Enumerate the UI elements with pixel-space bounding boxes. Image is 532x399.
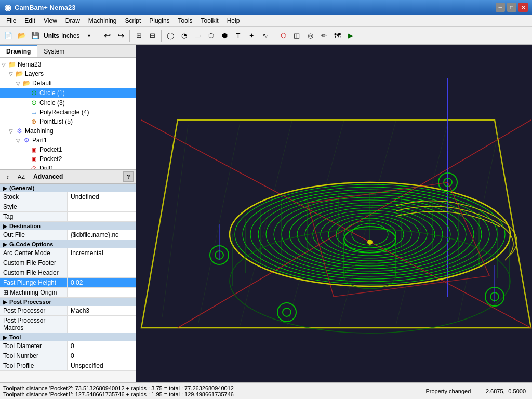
undo-button[interactable]: ↩	[101, 30, 113, 42]
menu-item-machining[interactable]: Machining	[84, 16, 121, 25]
tree-item-circle1[interactable]: ⊙Circle (1)	[0, 88, 136, 98]
menu-item-toolkit[interactable]: Toolkit	[197, 16, 223, 25]
separator-4	[274, 30, 274, 42]
props-sort-button[interactable]: ↕	[2, 171, 14, 182]
props-name-cell: Out File	[0, 230, 68, 240]
tree-item-pointlist5[interactable]: ⊕PointList (5)	[0, 117, 136, 126]
engrave-op-button[interactable]: ✏	[317, 30, 330, 42]
props-section-general[interactable]: ▶ (General)	[0, 184, 136, 192]
props-row-post-processor-macros[interactable]: Post Processor Macros	[0, 316, 136, 333]
tree-item-layers[interactable]: ▽📂Layers	[0, 69, 136, 78]
polygon-button[interactable]: ⬡	[205, 30, 217, 42]
new-button[interactable]: 📄	[2, 30, 15, 42]
arc-button[interactable]: ◔	[178, 30, 190, 42]
props-row-tool-diameter[interactable]: Tool Diameter0	[0, 341, 136, 351]
props-row-post-processor[interactable]: Post ProcessorMach3	[0, 306, 136, 316]
grid-button[interactable]: ⊞	[132, 30, 145, 42]
props-row-stock[interactable]: StockUndefined	[0, 192, 136, 202]
props-section-tool[interactable]: ▶ Tool	[0, 333, 136, 341]
props-value-cell[interactable]	[68, 316, 136, 332]
props-value-cell[interactable]: Mach3	[68, 306, 136, 315]
tree-icon-machining: ⚙	[15, 127, 24, 135]
props-row-custom-file-header[interactable]: Custom File Header	[0, 268, 136, 278]
tree-icon-pocket: ▣	[29, 155, 38, 163]
props-row-out-file[interactable]: Out File{$cbfile.name}.nc	[0, 230, 136, 240]
props-row-arc-center-mode[interactable]: Arc Center ModeIncremental	[0, 248, 136, 258]
props-value-cell[interactable]: 0.02	[68, 278, 136, 287]
redo-button[interactable]: ↪	[114, 30, 127, 42]
menu-item-plugins[interactable]: Plugins	[145, 16, 174, 25]
props-row-style[interactable]: Style	[0, 202, 136, 212]
props-value-cell[interactable]: 0	[68, 341, 136, 351]
app-title: CamBam+ Nema23	[15, 4, 75, 11]
menu-item-edit[interactable]: Edit	[20, 16, 39, 25]
grid2-button[interactable]: ⊟	[146, 30, 158, 42]
close-button[interactable]: ✕	[518, 3, 528, 12]
menu-item-script[interactable]: Script	[121, 16, 145, 25]
tree-item-pocket2[interactable]: ▣Pocket2	[0, 154, 136, 164]
props-value-cell[interactable]: 0	[68, 351, 136, 361]
props-row-⊞-machining-origin[interactable]: ⊞ Machining Origin	[0, 288, 136, 298]
props-name-cell: Fast Plunge Height	[0, 278, 68, 287]
props-help-button[interactable]: ?	[123, 171, 134, 182]
menu-item-tools[interactable]: Tools	[174, 16, 197, 25]
open-button[interactable]: 📂	[16, 30, 28, 42]
tree-item-part1[interactable]: ▽⚙Part1	[0, 136, 136, 145]
props-name-cell: Stock	[0, 192, 68, 202]
props-row-tool-number[interactable]: Tool Number0	[0, 351, 136, 361]
props-advanced-toggle[interactable]: Advanced	[29, 172, 67, 181]
props-value-cell[interactable]: Unspecified	[68, 361, 136, 370]
minimize-button[interactable]: ─	[496, 3, 505, 12]
props-value-cell[interactable]	[68, 288, 136, 297]
props-value-cell[interactable]	[68, 212, 136, 221]
poly-button[interactable]: ⬢	[218, 30, 231, 42]
tree-item-machining[interactable]: ▽⚙Machining	[0, 126, 136, 136]
save-button[interactable]: 💾	[29, 30, 42, 42]
profile-op-button[interactable]: ◫	[290, 30, 303, 42]
main-area: Drawing System ▽📁Nema23▽📂Layers▽📂Default…	[0, 45, 532, 382]
separator-1	[98, 30, 98, 42]
tree-item-polyrect4[interactable]: ▭PolyRectangle (4)	[0, 108, 136, 117]
props-value-cell[interactable]	[68, 202, 136, 211]
props-value-cell[interactable]: Undefined	[68, 192, 136, 202]
menu-item-view[interactable]: View	[39, 16, 61, 25]
props-az-button[interactable]: AZ	[16, 171, 27, 182]
menu-item-help[interactable]: Help	[223, 16, 244, 25]
props-row-custom-file-footer[interactable]: Custom File Footer	[0, 258, 136, 268]
props-name-cell: Custom File Header	[0, 268, 68, 277]
props-value-cell[interactable]: Incremental	[68, 248, 136, 258]
props-row-fast-plunge-height[interactable]: Fast Plunge Height0.02	[0, 278, 136, 288]
props-section-post_processor[interactable]: ▶ Post Processor	[0, 298, 136, 306]
tree-item-pocket1[interactable]: ▣Pocket1	[0, 145, 136, 154]
3d-op-button[interactable]: 🗺	[331, 30, 343, 42]
props-value-cell[interactable]: {$cbfile.name}.nc	[68, 230, 136, 240]
tree-icon-folder: 📂	[22, 79, 31, 87]
3d-viewport[interactable]	[136, 45, 532, 382]
props-row-tag[interactable]: Tag	[0, 212, 136, 222]
props-name-cell: Tag	[0, 212, 68, 221]
point-button[interactable]: ✦	[245, 30, 258, 42]
units-dropdown-icon[interactable]: ▼	[83, 30, 95, 42]
props-row-tool-profile[interactable]: Tool ProfileUnspecified	[0, 361, 136, 371]
maximize-button[interactable]: □	[507, 3, 516, 12]
post-button[interactable]: ▶	[344, 30, 357, 42]
menu-item-file[interactable]: File	[2, 16, 20, 25]
tree-item-default[interactable]: ▽📂Default	[0, 78, 136, 88]
tree-item-drill1[interactable]: ◎Drill1	[0, 164, 136, 169]
rect-button[interactable]: ▭	[191, 30, 204, 42]
pocket-op-button[interactable]: ⬡	[277, 30, 289, 42]
props-value-cell[interactable]	[68, 258, 136, 268]
circle-draw-button[interactable]: ◯	[164, 30, 177, 42]
tab-system[interactable]: System	[37, 45, 71, 57]
text-button[interactable]: T	[232, 30, 244, 42]
drill-op-button[interactable]: ◎	[304, 30, 316, 42]
props-value-cell[interactable]	[68, 268, 136, 277]
props-section-gcode_options[interactable]: ▶ G-Code Options	[0, 240, 136, 248]
tree-item-circle3[interactable]: ⊙Circle (3)	[0, 98, 136, 108]
menu-item-draw[interactable]: Draw	[61, 16, 84, 25]
props-section-destination[interactable]: ▶ Destination	[0, 222, 136, 230]
spline-button[interactable]: ∿	[259, 30, 271, 42]
tree-item-nema23[interactable]: ▽📁Nema23	[0, 60, 136, 69]
tab-drawing[interactable]: Drawing	[0, 45, 37, 57]
expand-icon: ▶	[3, 335, 7, 340]
